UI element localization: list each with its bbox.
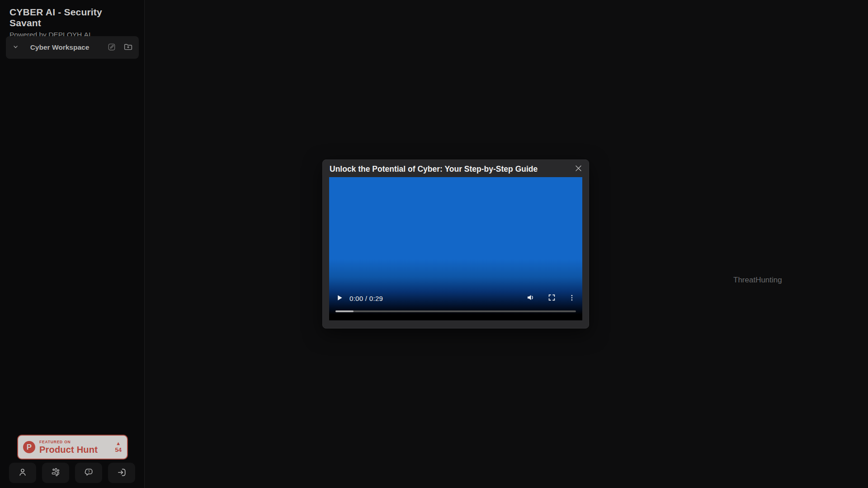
sign-in-arrow-icon [117,467,127,479]
play-icon [335,294,344,303]
integrations-icon [51,467,61,479]
modal-close-button[interactable] [571,162,585,176]
chevron-down-icon [12,43,19,52]
folder-plus-icon [123,42,133,53]
help-button[interactable]: ? [75,463,102,483]
profile-button[interactable] [9,463,36,483]
workspace-label: Cyber Workspace [19,43,100,52]
edit-workspace-button[interactable] [107,42,116,53]
sidebar-header: CYBER AI - Security Savant Powered by DE… [0,0,144,39]
question-mark-glyph: ? [88,469,90,474]
kebab-menu-icon [568,294,576,303]
modal-title: Unlock the Potential of Cyber: Your Step… [330,164,538,174]
video-time-display: 0:00 / 0:29 [349,295,383,302]
new-folder-button[interactable] [123,42,133,53]
product-hunt-name: Product Hunt [39,445,98,454]
sidebar: CYBER AI - Security Savant Powered by DE… [0,0,145,488]
edit-pencil-icon [107,42,116,53]
integrations-button[interactable] [42,463,69,483]
sidebar-footer-icons: ? [9,463,135,483]
fullscreen-button[interactable] [547,293,556,303]
volume-icon [526,293,536,304]
featured-on-label: FEATURED ON [39,440,98,444]
upvote-triangle-icon: ▲ [115,441,122,446]
upvote-counter: ▲ 54 [115,441,122,453]
close-icon [574,164,583,174]
workspace-selector[interactable]: Cyber Workspace [6,36,139,59]
more-options-button[interactable] [568,294,576,303]
upvote-count: 54 [115,447,122,453]
onboarding-video-modal: Unlock the Potential of Cyber: Your Step… [322,160,589,328]
fullscreen-icon [547,293,556,303]
product-hunt-text: FEATURED ON Product Hunt [39,440,98,454]
mute-button[interactable] [526,293,536,304]
app-title: CYBER AI - Security Savant [9,7,135,28]
sign-in-button[interactable] [108,463,135,483]
help-chat-icon: ? [84,467,94,479]
video-controls-bar: 0:00 / 0:29 [329,292,582,304]
play-button[interactable] [335,294,344,303]
video-buffered-segment [335,310,354,312]
user-icon [18,467,28,479]
product-hunt-logo: P [23,441,35,453]
controls-right-group [526,293,576,304]
video-seek-bar[interactable] [335,310,576,312]
product-hunt-badge[interactable]: P FEATURED ON Product Hunt ▲ 54 [17,435,128,460]
tutorial-video-player[interactable]: 0:00 / 0:29 [329,177,582,320]
threat-hunting-node-label: ThreatHunting [733,276,782,285]
